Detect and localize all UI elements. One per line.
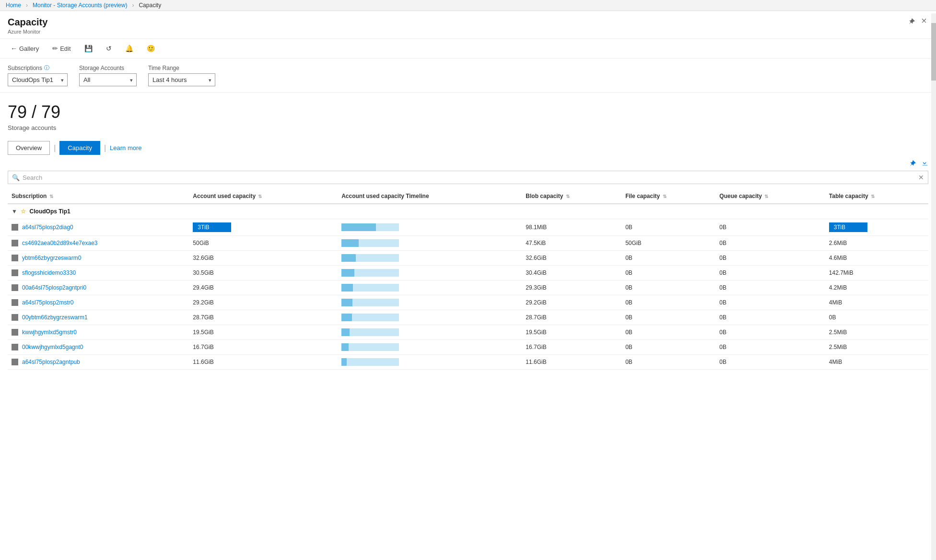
file-capacity-cell: 0B [621, 310, 715, 325]
storage-accounts-select[interactable]: All [79, 73, 137, 86]
account-link[interactable]: kwwjhgymlxd5gmstr0 [12, 329, 185, 336]
search-icon: 🔍 [12, 174, 20, 181]
timeline-cell [338, 219, 522, 236]
table-capacity-cell: 4.2MiB [825, 280, 928, 295]
account-link[interactable]: a64sl75plosp2diag0 [12, 224, 185, 231]
feedback-button[interactable]: 🙂 [144, 43, 158, 54]
time-range-select[interactable]: Last 4 hours [148, 73, 215, 86]
outer-scrollbar[interactable] [931, 13, 936, 558]
queue-capacity-cell: 0B [715, 280, 825, 295]
subscriptions-select[interactable]: CloudOps Tip1 [8, 73, 68, 86]
col-table-capacity[interactable]: Table capacity ⇅ [825, 189, 928, 204]
breadcrumb-sep2: › [132, 2, 134, 9]
breadcrumb-current: Capacity [139, 2, 161, 9]
subscriptions-select-wrapper: CloudOps Tip1 [8, 73, 68, 86]
tab-capacity[interactable]: Capacity [59, 141, 100, 155]
scrollbar-thumb[interactable] [931, 23, 936, 81]
timeline-bar [341, 254, 399, 262]
download-icon[interactable] [922, 160, 928, 168]
breadcrumb-monitor[interactable]: Monitor - Storage Accounts (preview) [33, 2, 127, 9]
count-label: Storage accounts [8, 124, 928, 131]
account-name-cell: sflogsshicidemo3330 [8, 266, 189, 280]
account-used-capacity-cell: 32.6GiB [189, 251, 338, 266]
gallery-icon: ← [11, 45, 17, 52]
account-link[interactable]: a64sl75plosp2agntpub [12, 359, 185, 365]
pin-button[interactable] [907, 17, 916, 27]
storage-accounts-filter: Storage Accounts All [79, 65, 137, 86]
col-account-used-capacity[interactable]: Account used capacity ⇅ [189, 189, 338, 204]
time-range-filter: Time Range Last 4 hours [148, 65, 215, 86]
account-name-cell: 00kwwjhgymlxd5gagnt0 [8, 340, 189, 355]
breadcrumb: Home › Monitor - Storage Accounts (previ… [0, 0, 936, 11]
account-link[interactable]: ybtm66zbygrzeswarm0 [12, 255, 185, 261]
col-file-capacity[interactable]: File capacity ⇅ [621, 189, 715, 204]
edit-button[interactable]: ✏ Edit [49, 43, 73, 54]
account-used-capacity-cell: 3TiB [189, 219, 338, 236]
table-row: ybtm66zbygrzeswarm0 32.6GiB32.6GiB0B0B4.… [8, 251, 928, 266]
account-name-cell: kwwjhgymlxd5gmstr0 [8, 325, 189, 340]
col-account-used-capacity-timeline: Account used capacity Timeline [338, 189, 522, 204]
table-row: kwwjhgymlxd5gmstr0 19.5GiB19.5GiB0B0B2.5… [8, 325, 928, 340]
count-section: 79 / 79 Storage accounts [0, 93, 936, 135]
account-link[interactable]: a64sl75plosp2mstr0 [12, 299, 185, 306]
timeline-bar [341, 328, 399, 336]
data-table: Subscription ⇅ Account used capacity ⇅ A… [8, 189, 928, 370]
panel-header-actions [907, 17, 928, 27]
timeline-bar [341, 284, 399, 292]
search-input[interactable] [23, 174, 918, 181]
col-subscription[interactable]: Subscription ⇅ [8, 189, 189, 204]
pin-table-icon[interactable] [909, 160, 916, 168]
account-used-capacity-cell: 30.5GiB [189, 266, 338, 280]
alerts-button[interactable]: 🔔 [122, 43, 136, 54]
expand-icon[interactable]: ▼ [12, 208, 17, 215]
account-link[interactable]: 00a64sl75plosp2agntpri0 [12, 284, 185, 291]
timeline-cell [338, 236, 522, 251]
timeline-cell [338, 355, 522, 370]
panel-title-group: Capacity Azure Monitor [8, 17, 47, 35]
refresh-icon: ↺ [106, 45, 112, 52]
col-blob-capacity[interactable]: Blob capacity ⇅ [522, 189, 621, 204]
file-capacity-cell: 0B [621, 295, 715, 310]
account-name-cell: cs4692aea0b2d89x4e7exae3 [8, 236, 189, 251]
blob-capacity-cell: 29.2GiB [522, 295, 621, 310]
timeline-cell [338, 340, 522, 355]
table-capacity-cell: 4MiB [825, 355, 928, 370]
table-action-row [8, 155, 928, 171]
info-icon: ⓘ [44, 64, 49, 71]
blob-capacity-cell: 11.6GiB [522, 355, 621, 370]
account-name-cell: ybtm66zbygrzeswarm0 [8, 251, 189, 266]
tab-learn-more[interactable]: Learn more [110, 144, 141, 152]
tab-overview[interactable]: Overview [8, 141, 50, 155]
account-link[interactable]: 00ybtm66zbygrzeswarm1 [12, 314, 185, 321]
table-row: a64sl75plosp2agntpub 11.6GiB11.6GiB0B0B4… [8, 355, 928, 370]
close-button[interactable] [920, 17, 928, 27]
timeline-cell [338, 266, 522, 280]
queue-capacity-cell: 0B [715, 219, 825, 236]
account-name-cell: 00ybtm66zbygrzeswarm1 [8, 310, 189, 325]
col-queue-capacity[interactable]: Queue capacity ⇅ [715, 189, 825, 204]
table-row: cs4692aea0b2d89x4e7exae3 50GiB47.5KiB50G… [8, 236, 928, 251]
timeline-bar [341, 358, 399, 366]
account-used-capacity-cell: 29.4GiB [189, 280, 338, 295]
toolbar: ← Gallery ✏ Edit 💾 ↺ 🔔 🙂 [0, 39, 936, 58]
panel-title: Capacity [8, 17, 47, 28]
gallery-button[interactable]: ← Gallery [8, 43, 42, 54]
gallery-label: Gallery [19, 45, 39, 52]
table-capacity-cell: 2.6MiB [825, 236, 928, 251]
refresh-button[interactable]: ↺ [103, 43, 115, 54]
save-button[interactable]: 💾 [82, 43, 95, 54]
file-capacity-cell: 0B [621, 266, 715, 280]
timeline-cell [338, 295, 522, 310]
table-row: 00ybtm66zbygrzeswarm1 28.7GiB28.7GiB0B0B… [8, 310, 928, 325]
account-used-capacity-cell: 29.2GiB [189, 295, 338, 310]
search-bar: 🔍 ✕ [8, 171, 928, 184]
breadcrumb-home[interactable]: Home [6, 2, 21, 9]
account-link[interactable]: 00kwwjhgymlxd5gagnt0 [12, 344, 185, 350]
account-link[interactable]: cs4692aea0b2d89x4e7exae3 [12, 240, 185, 246]
timeline-cell [338, 325, 522, 340]
search-clear-icon[interactable]: ✕ [918, 174, 924, 181]
group-row: ▼ ☆ CloudOps Tip1 [8, 204, 928, 219]
timeline-bar [341, 223, 399, 231]
account-link[interactable]: sflogsshicidemo3330 [12, 269, 185, 276]
tab-separator-2: | [104, 144, 106, 152]
